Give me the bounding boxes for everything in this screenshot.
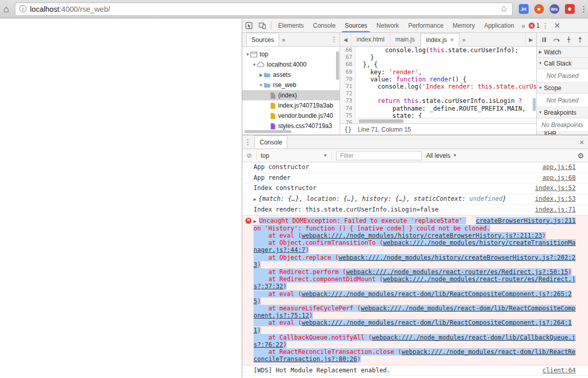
tree-item--index-[interactable]: (index) <box>242 90 340 100</box>
tree-item-assets[interactable]: ▶assets <box>242 70 340 80</box>
error-source-link[interactable]: createBrowserHistory.js:211 <box>476 217 576 224</box>
source-link[interactable]: index.js:71 <box>535 206 576 214</box>
editor-horizontal-scrollbar[interactable] <box>356 118 536 123</box>
line-number[interactable]: 76 <box>340 119 355 123</box>
browser-menu-icon[interactable]: ⋮ <box>580 4 588 14</box>
editor-tab-index-js[interactable]: index.js× <box>421 33 459 47</box>
inspect-element-icon[interactable] <box>242 19 256 32</box>
stack-frame-link[interactable]: webpack:///./node_modules/react-dom/lib/… <box>254 348 576 363</box>
tab-elements[interactable]: Elements <box>274 19 308 32</box>
source-link[interactable]: index.js:52 <box>535 185 576 192</box>
tree-item-top[interactable]: ▼top <box>242 49 340 59</box>
more-editor-tabs-chevron[interactable]: » <box>459 36 468 44</box>
stack-frame-link[interactable]: webpack:///./node_modules/history/create… <box>254 239 576 254</box>
line-number[interactable]: 70 <box>340 76 355 83</box>
expand-error-icon[interactable]: ▶ <box>254 219 259 224</box>
clear-console-icon[interactable]: ⊘ <box>246 152 252 159</box>
bookmark-star-icon[interactable]: ☆ <box>500 4 508 14</box>
tab-sources[interactable]: Sources <box>340 19 372 32</box>
step-over-icon[interactable] <box>553 37 560 42</box>
debugger-section-scope[interactable]: ▼Scope <box>537 82 588 94</box>
line-number[interactable]: 66 <box>340 47 355 54</box>
editor-tab-main-js[interactable]: main.js <box>390 33 421 46</box>
debugger-section-xhr-breakpoints[interactable]: ▶XHR Breakpoints <box>537 132 588 135</box>
tree-expander-icon[interactable]: ▼ <box>251 62 257 67</box>
source-link[interactable]: index.js:53 <box>535 196 576 203</box>
editor-scrollbar-thumb[interactable] <box>359 119 404 123</box>
tree-item-vendor-bundle-js-40[interactable]: vendor.bundle.js?40 <box>242 111 340 121</box>
tab-sources[interactable]: Sources <box>246 33 279 46</box>
line-number[interactable]: 74 <box>340 105 355 112</box>
console-settings-gear-icon[interactable]: ⚙ <box>577 152 584 160</box>
source-link[interactable]: client:64 <box>542 367 576 374</box>
extension-chat-icon[interactable]: ★ <box>534 4 544 14</box>
pretty-print-icon[interactable]: {} <box>344 126 351 133</box>
drawer-menu-icon[interactable]: ⋮ <box>242 138 254 146</box>
devtools-close-icon[interactable]: ✕ <box>551 21 563 30</box>
console-prompt[interactable]: > <box>242 375 588 378</box>
tab-application[interactable]: Application <box>479 19 519 32</box>
url-bar[interactable]: ⓘ localhost :4000/rse_web/ ☆ <box>15 3 513 16</box>
stack-frame-link[interactable]: webpack:///./node_modules/react-dom/lib/… <box>254 305 576 319</box>
source-link[interactable]: app.js:68 <box>542 175 576 182</box>
debugger-section-breakpoints[interactable]: ▼Breakpoints <box>537 107 588 118</box>
stack-frame-link[interactable]: webpack:///./node_modules/react-router/e… <box>346 268 568 276</box>
tree-item-localhost-4000[interactable]: ▼localhost:4000 <box>242 59 340 70</box>
tab-scroll-left-icon[interactable]: ◀ <box>340 33 351 46</box>
stack-frame-link[interactable]: webpack:///./node_modules/history/create… <box>302 232 542 239</box>
page-info-icon[interactable]: ⓘ <box>19 5 27 14</box>
tree-item-rse-web[interactable]: ▼rse_web <box>242 80 340 90</box>
tree-item-styles-css-40719a3[interactable]: styles.css?40719a3 <box>242 121 340 131</box>
drawer-close-icon[interactable]: × <box>576 138 588 146</box>
line-number[interactable]: 75 <box>340 112 355 119</box>
tree-horizontal-scrollbar[interactable] <box>244 130 291 133</box>
extension-jh-icon[interactable]: JH <box>519 4 529 14</box>
line-number[interactable]: 67 <box>340 54 355 61</box>
sidebar-menu-icon[interactable]: ⋮ <box>328 35 340 44</box>
step-out-icon[interactable] <box>578 36 582 43</box>
devtools-menu-icon[interactable]: ⋮ <box>540 22 551 30</box>
line-number[interactable]: 71 <box>340 83 355 90</box>
show-navigator-icon[interactable]: ▶ <box>525 33 536 46</box>
line-number[interactable]: 68 <box>340 61 355 68</box>
tab-memory[interactable]: Memory <box>448 19 479 32</box>
line-number[interactable]: 72 <box>340 90 355 97</box>
device-toolbar-icon[interactable] <box>256 19 269 32</box>
line-number[interactable]: 69 <box>340 69 355 76</box>
extension-red-icon[interactable]: ✱ <box>565 4 575 14</box>
more-sidebar-tabs-chevron[interactable]: » <box>279 36 288 44</box>
error-count-badge[interactable]: ✕ 1 <box>529 22 540 29</box>
step-into-icon[interactable] <box>566 36 571 43</box>
stack-frame-link[interactable]: webpack:///./node_modules/history/create… <box>254 254 576 268</box>
tab-network[interactable]: Network <box>372 19 404 32</box>
line-number[interactable]: 73 <box>340 97 355 104</box>
web-page-content[interactable] <box>0 19 242 378</box>
stack-frame-link[interactable]: webpack:///./node_modules/react-router/e… <box>254 276 576 290</box>
line-number-gutter[interactable]: 6667686970717273747576 <box>340 47 355 123</box>
source-link[interactable]: app.js:61 <box>542 164 576 171</box>
debugger-section-watch[interactable]: ▶Watch <box>537 47 588 58</box>
extension-ws-icon[interactable]: Ws <box>550 4 559 14</box>
stack-frame-link[interactable]: webpack:///./node_modules/react-dom/lib/… <box>254 290 572 305</box>
debugger-section-call-stack[interactable]: ▼Call Stack <box>537 58 588 69</box>
tab-performance[interactable]: Performance <box>404 19 448 32</box>
tree-expander-icon[interactable]: ▼ <box>258 83 264 88</box>
expand-object-icon[interactable]: ▶ <box>254 197 256 202</box>
console-filter-input[interactable] <box>336 151 422 160</box>
log-level-selector[interactable]: All levels ▼ <box>426 152 457 159</box>
pause-icon[interactable] <box>542 37 546 42</box>
tab-close-icon[interactable]: × <box>450 36 454 44</box>
tree-vertical-scrollbar[interactable] <box>336 51 339 80</box>
tree-item-index-js-40719a3ab[interactable]: index.js?40719a3ab <box>242 100 340 111</box>
home-icon[interactable]: ⌂ <box>0 4 13 15</box>
stack-frame-link[interactable]: webpack:///./node_modules/react-dom/lib/… <box>254 334 576 348</box>
tab-console[interactable]: Console <box>255 135 287 149</box>
editor-vertical-scrollbar[interactable] <box>533 98 536 111</box>
tab-console[interactable]: Console <box>308 19 340 32</box>
more-panels-chevron[interactable]: » <box>519 22 528 30</box>
tree-expander-icon[interactable]: ▶ <box>258 73 264 77</box>
execution-context-selector[interactable]: top ▼ <box>261 152 327 159</box>
stack-frame-link[interactable]: webpack:///./node_modules/react-dom/lib/… <box>254 319 572 333</box>
tree-expander-icon[interactable]: ▼ <box>245 52 250 57</box>
editor-tab-index-html[interactable]: index.html <box>351 33 390 46</box>
